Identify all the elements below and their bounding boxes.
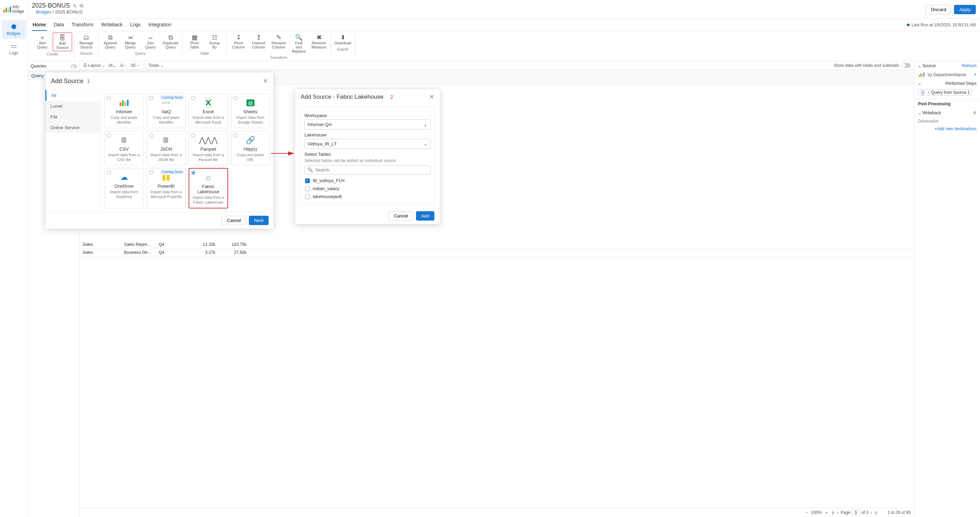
page-last-icon[interactable]: ›| bbox=[874, 510, 878, 515]
tab-home[interactable]: Home bbox=[32, 19, 47, 31]
refresh-link[interactable]: Refresh bbox=[962, 63, 977, 68]
cancel-button[interactable]: Cancel bbox=[222, 216, 246, 225]
table-cell: Q4 bbox=[156, 241, 187, 248]
tab-logs[interactable]: Logs bbox=[130, 19, 142, 31]
workspace-select[interactable]: Inforiver-QA⌄ bbox=[304, 119, 431, 130]
page-input[interactable] bbox=[852, 509, 860, 515]
ribbon-unpivot-col[interactable]: ↥UnpivotColumn bbox=[249, 33, 268, 55]
show-totals-label: Show data with totals and subtotals bbox=[834, 63, 899, 68]
add-button[interactable]: Add bbox=[416, 211, 434, 220]
table-name: lakehousejan6 bbox=[313, 194, 342, 199]
find-replace-icon: 🔍 bbox=[295, 34, 302, 41]
add-source-icon: 🗄 bbox=[59, 34, 65, 41]
source-card-fabric[interactable]: ⌂Fabric LakehouseImport data from a Fabr… bbox=[189, 168, 228, 208]
ribbon-join-query[interactable]: ⨝JoinQuery bbox=[141, 33, 160, 51]
ribbon-manage-source[interactable]: 🗂ManageSource bbox=[76, 33, 96, 51]
search-icon: 🔍 bbox=[307, 167, 313, 173]
tab-transform[interactable]: Transform bbox=[71, 19, 94, 31]
edit-title-icon[interactable]: ✎ bbox=[73, 3, 77, 9]
page-prev-icon[interactable]: ‹ bbox=[837, 510, 839, 515]
source-card-inforiver[interactable]: InforiverCopy and paste Identifier bbox=[104, 94, 144, 128]
source-card-csv[interactable]: 🗎CSVImport data from a CSV file bbox=[104, 131, 144, 165]
json-icon: 🗎 bbox=[149, 135, 184, 145]
rail-item-bridges[interactable]: ⬢Bridges bbox=[2, 20, 26, 39]
rail-item-logs[interactable]: ▭Logs bbox=[2, 40, 26, 58]
manage-source-icon: 🗂 bbox=[83, 34, 89, 41]
source-card-http[interactable]: 🔗Http(s)Copy and paste URL bbox=[231, 131, 270, 165]
page-next-icon[interactable]: › bbox=[870, 510, 873, 515]
left-nav-rail: infobridge ⬢Bridges▭Logs bbox=[0, 0, 28, 517]
center-toolbar: ☰ Layout ⌄ 1K⌄ .0← .00→ Totals ⌄ Show da… bbox=[80, 61, 914, 70]
tab-writeback[interactable]: Writeback bbox=[100, 19, 123, 31]
source-card-powerbi[interactable]: Coming Soon▮▮PowerBIImport data from a M… bbox=[146, 168, 186, 208]
ribbon-rename-col[interactable]: ✎RenameColumn bbox=[269, 33, 288, 55]
decimals-increase-icon[interactable]: .00→ bbox=[130, 63, 140, 68]
category-all[interactable]: All bbox=[45, 90, 100, 101]
ribbon-pivot-col[interactable]: ↧PivotColumn bbox=[229, 33, 248, 55]
status-dot-icon bbox=[907, 24, 910, 26]
close-icon[interactable]: ✕ bbox=[263, 77, 268, 85]
writeback-section-head[interactable]: ⌄ Writeback ⚙ bbox=[915, 108, 980, 117]
tab-data[interactable]: Data bbox=[53, 19, 65, 31]
cancel-button[interactable]: Cancel bbox=[388, 211, 413, 220]
source-card-onedrive[interactable]: ☁OneDriveImport data from OneDrive bbox=[104, 168, 144, 208]
last-run-status: Last Run at 1/8/2025, 10:50:31 AM bbox=[907, 19, 976, 31]
zoom-in-icon[interactable]: ＋ bbox=[824, 510, 829, 515]
lakehouse-select[interactable]: Vidhiya_IR_LT⌄ bbox=[304, 139, 431, 149]
zoom-out-icon[interactable]: − bbox=[806, 510, 808, 515]
source-desc: Copy and paste URL bbox=[233, 152, 268, 162]
breadcrumb-current: 2025-BONUS bbox=[55, 10, 83, 14]
ribbon-group-by[interactable]: ☷GroupBy bbox=[205, 33, 224, 51]
open-external-icon[interactable]: ↗ bbox=[973, 72, 977, 77]
totals-dropdown[interactable]: Totals ⌄ bbox=[148, 63, 164, 68]
ribbon-pivot-table[interactable]: ▦PivotTable bbox=[185, 33, 204, 51]
source-card-sheets[interactable]: ▤SheetsImport data from Google Sheets bbox=[231, 94, 270, 128]
apply-button[interactable]: Apply bbox=[954, 5, 976, 14]
source-desc: Import data from Google Sheets bbox=[233, 115, 268, 125]
add-destination-link[interactable]: +Add new destinations bbox=[915, 125, 980, 133]
source-name: JSON bbox=[149, 146, 184, 152]
source-card-parquet[interactable]: ⋀⋀⋀ParquetImport data from a Parquet fil… bbox=[189, 131, 228, 165]
layout-dropdown[interactable]: ☰ Layout ⌄ bbox=[83, 63, 105, 68]
ribbon-append-query[interactable]: ⧉AppendQuery bbox=[100, 33, 120, 51]
ribbon-find-replace[interactable]: 🔍Findand Replace bbox=[289, 33, 309, 55]
source-name: ValQ bbox=[149, 109, 184, 114]
gear-icon[interactable]: ⚙ bbox=[973, 111, 977, 115]
source-card-valq[interactable]: Coming Soon◦◦◦ValQCopy and paste Identif… bbox=[146, 94, 186, 128]
show-totals-toggle[interactable] bbox=[901, 63, 911, 68]
ribbon-duplicate-query[interactable]: ⧉DuplicateQuery bbox=[161, 33, 180, 51]
ribbon-add-query[interactable]: ＋AddQuery bbox=[33, 33, 52, 51]
steps-section-head[interactable]: ⌄ Performed Steps bbox=[915, 79, 980, 88]
source-card-excel[interactable]: XExcelImport data from a Microsoft Excel bbox=[189, 94, 228, 128]
step-item[interactable]: 1 › Query from Source 1 bbox=[918, 89, 972, 95]
unpivot-col-icon: ↥ bbox=[256, 34, 261, 41]
close-icon[interactable]: ✕ bbox=[429, 93, 434, 101]
source-item[interactable]: by DepartmentName ↗ bbox=[915, 70, 980, 79]
ribbon-add-source[interactable]: 🗄AddSource bbox=[53, 33, 72, 51]
copy-title-icon[interactable]: ⧉ bbox=[80, 3, 83, 9]
source-card-json[interactable]: 🗎JSONImport data from a JSON file bbox=[146, 131, 186, 165]
table-row-lakehousejan6[interactable]: lakehousejan6 bbox=[304, 192, 431, 200]
category-lumel[interactable]: Lumel bbox=[45, 101, 100, 111]
breadcrumb-root[interactable]: Bridges bbox=[36, 10, 51, 14]
category-file[interactable]: File bbox=[45, 111, 100, 122]
source-section-head[interactable]: ⌄ Source Refresh bbox=[915, 61, 980, 70]
row-limit-dropdown[interactable]: 1K⌄ bbox=[108, 63, 117, 68]
category-online-service[interactable]: Online Service bbox=[45, 122, 100, 133]
next-button[interactable]: Next bbox=[249, 216, 269, 225]
ribbon-download[interactable]: ⬇Download bbox=[333, 33, 353, 46]
ribbon-remove-measure[interactable]: ✖RemoveMeasure bbox=[309, 33, 329, 55]
table-row[interactable]: SalesBusiness Develop…Q43.27k27.50k bbox=[80, 249, 914, 257]
decimals-decrease-icon[interactable]: .0← bbox=[119, 63, 127, 68]
tab-integration[interactable]: Integration bbox=[148, 19, 172, 31]
page-first-icon[interactable]: |‹ bbox=[831, 510, 835, 515]
app-logo: infobridge bbox=[2, 3, 26, 16]
discard-button[interactable]: Discard bbox=[926, 5, 951, 14]
status-bar: − 100% ＋ |‹ ‹ Page of 3 › ›| 1 to 26 of … bbox=[80, 507, 914, 517]
table-row-indian_salary[interactable]: indian_salary bbox=[304, 185, 431, 192]
table-row[interactable]: SalesSales Representati…Q412.33k103.75k bbox=[80, 241, 914, 249]
ribbon-merge-query[interactable]: ⫘MergeQuery bbox=[121, 33, 140, 51]
table-search-input[interactable]: 🔍 bbox=[304, 165, 431, 174]
table-row-IB_vidhiya_FLH[interactable]: IB_vidhiya_FLH bbox=[304, 177, 431, 185]
fabric-icon: ⌂ bbox=[191, 173, 225, 182]
